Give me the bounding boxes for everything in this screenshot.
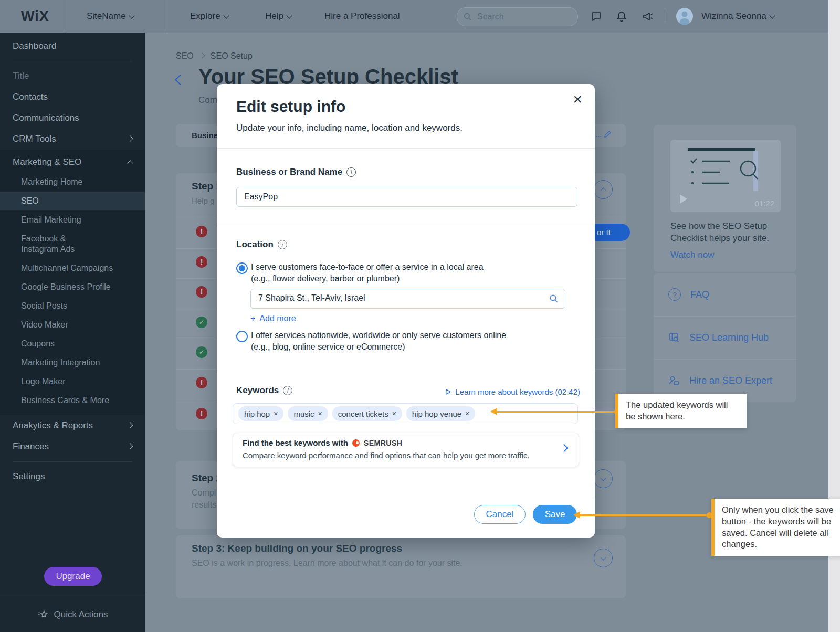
local-area-radio[interactable] <box>236 262 248 274</box>
business-name-input[interactable] <box>236 187 578 207</box>
faq-link[interactable]: FAQ <box>654 273 796 316</box>
keyword-chip[interactable]: hip hop <box>238 406 284 421</box>
avatar[interactable] <box>676 8 693 25</box>
hire-a-professional-link[interactable]: Hire a Professional <box>324 0 400 33</box>
search-box[interactable] <box>457 7 578 26</box>
watch-now-link[interactable]: Watch now <box>670 250 714 260</box>
announcements-megaphone-icon[interactable] <box>642 10 654 23</box>
address-input[interactable] <box>251 289 549 307</box>
sidebar-item-label: Email Marketing <box>21 215 81 224</box>
sidebar-item-communications[interactable]: Communications <box>0 108 145 129</box>
sidebar-item-seo[interactable]: SEO <box>0 192 145 210</box>
sidebar-item-video-maker[interactable]: Video Maker <box>0 315 145 334</box>
video-duration: 01:22 <box>754 199 774 208</box>
video-thumbnail[interactable]: 01:22 <box>670 140 781 212</box>
info-icon[interactable] <box>346 167 356 177</box>
step3-expand-button[interactable] <box>594 549 613 567</box>
hire-seo-expert-label: Hire an SEO Expert <box>689 375 772 386</box>
save-button[interactable]: Save <box>533 505 577 524</box>
remove-keyword-icon[interactable] <box>318 409 322 418</box>
close-icon[interactable] <box>573 90 582 108</box>
seo-learning-hub-link[interactable]: SEO Learning Hub <box>654 316 796 359</box>
search-input[interactable] <box>476 12 557 22</box>
play-icon[interactable] <box>680 194 687 204</box>
help-label: Help <box>265 11 284 22</box>
chevron-down-icon <box>769 13 775 18</box>
sidebar-nav: Dashboard Title Contacts Communications … <box>0 33 145 632</box>
sidebar-item-logo-maker[interactable]: Logo Maker <box>0 372 145 391</box>
sidebar-item-settings[interactable]: Settings <box>0 466 145 487</box>
user-menu[interactable]: Wizinna Seonna <box>701 0 774 33</box>
sidebar-item-social-posts[interactable]: Social Posts <box>0 297 145 315</box>
breadcrumb-seo-setup[interactable]: SEO Setup <box>211 51 253 61</box>
info-icon[interactable] <box>283 386 292 395</box>
wix-logo[interactable]: WiX <box>21 0 49 33</box>
chevron-right-icon[interactable] <box>560 444 569 452</box>
local-area-radio-line1: I serve customers face-to-face or offer … <box>251 262 484 272</box>
sidebar-item-label: Settings <box>13 471 45 482</box>
sidebar-item-marketing-integration[interactable]: Marketing Integration <box>0 353 145 372</box>
divider <box>13 61 132 61</box>
sidebar-item-dashboard[interactable]: Dashboard <box>0 33 145 57</box>
step2-expand-button[interactable] <box>594 469 613 488</box>
keyword-chip[interactable]: hip hop venue <box>406 406 475 421</box>
sidebar-item-label: SEO <box>21 196 39 205</box>
keyword-chip[interactable]: concert tickets <box>332 406 402 421</box>
pencil-icon[interactable] <box>603 130 612 139</box>
edit-setup-info-modal: Edit setup info Update your info, includ… <box>217 84 595 538</box>
sidebar-item-email-marketing[interactable]: Email Marketing <box>0 210 145 229</box>
sidebar-item-coupons[interactable]: Coupons <box>0 334 145 353</box>
sidebar-item-multichannel-campaigns[interactable]: Multichannel Campaigns <box>0 259 145 278</box>
sidebar-item-crm-tools[interactable]: CRM Tools <box>0 129 145 150</box>
breadcrumb-seo[interactable]: SEO <box>176 51 194 61</box>
step1-collapse-button[interactable] <box>594 180 613 199</box>
sidebar-item-title[interactable]: Title <box>0 66 145 87</box>
business-bar-edit[interactable]: ... <box>595 130 612 139</box>
sidebar-item-business-cards-more[interactable]: Business Cards & More <box>0 391 145 410</box>
remove-keyword-icon[interactable] <box>392 409 396 418</box>
keywords-annotation-note: The updated keywords will be shown here. <box>615 394 747 428</box>
sidebar-item-marketing-home[interactable]: Marketing Home <box>0 173 145 192</box>
error-icon <box>196 286 207 298</box>
save-annotation-note: Only when you click the save button - th… <box>711 499 840 556</box>
sidebar-item-google-business-profile[interactable]: Google Business Profile <box>0 278 145 297</box>
breadcrumb: SEO SEO Setup <box>176 51 253 61</box>
sidebar-item-label: Video Maker <box>21 320 68 329</box>
keywords-field[interactable]: hip hop music concert tickets hip hop ve… <box>233 403 578 424</box>
notifications-bell-icon[interactable] <box>615 10 628 23</box>
quick-actions-button[interactable]: Quick Actions <box>0 596 145 632</box>
sidebar-item-label: Business Cards & More <box>21 396 109 405</box>
keyword-label: hip hop <box>244 409 270 418</box>
explore-menu[interactable]: Explore <box>190 0 228 33</box>
error-icon <box>196 377 207 388</box>
sidebar-item-label: Finances <box>13 441 49 452</box>
help-menu[interactable]: Help <box>265 0 291 33</box>
done-icon <box>196 346 207 358</box>
sidebar-item-contacts[interactable]: Contacts <box>0 87 145 108</box>
video-caption: See how the SEO Setup Checklist helps yo… <box>670 220 782 245</box>
chat-icon[interactable] <box>590 10 603 23</box>
modal-title: Edit setup info <box>236 98 345 115</box>
site-name-menu[interactable]: SiteName <box>87 0 134 33</box>
sidebar-item-finances[interactable]: Finances <box>0 436 145 457</box>
upgrade-button[interactable]: Upgrade <box>44 567 102 586</box>
wix-dashboard: SEO SEO Setup Your SEO Setup Checklist C… <box>0 0 840 632</box>
remove-keyword-icon[interactable] <box>465 409 469 418</box>
semrush-banner[interactable]: Find the best keywords with SEMRUSH Comp… <box>233 433 579 467</box>
sidebar-item-analytics-reports[interactable]: Anakytics & Reports <box>0 415 145 436</box>
address-search-icon[interactable] <box>549 294 559 303</box>
add-more-link[interactable]: +Add more <box>250 314 296 323</box>
back-chevron-icon[interactable] <box>175 75 185 85</box>
online-radio[interactable] <box>236 331 248 342</box>
quick-actions-label: Quick Actions <box>54 609 108 620</box>
keyword-chip[interactable]: music <box>288 406 328 421</box>
sidebar-item-marketing-seo[interactable]: Marketing & SEO <box>0 152 145 173</box>
step2-line1-fragment: Compl <box>192 488 216 498</box>
learn-more-keywords-link[interactable]: Learn more about keywords (02:42) <box>445 387 580 396</box>
info-icon[interactable] <box>278 240 287 249</box>
sidebar-item-facebook-instagram-ads[interactable]: Facebook & Instagram Ads <box>0 229 112 259</box>
cancel-button[interactable]: Cancel <box>474 505 526 524</box>
annotation-arrow-line <box>497 411 617 413</box>
remove-keyword-icon[interactable] <box>274 409 278 418</box>
help-links-card: FAQ SEO Learning Hub Hire an SEO Expert <box>654 273 796 402</box>
